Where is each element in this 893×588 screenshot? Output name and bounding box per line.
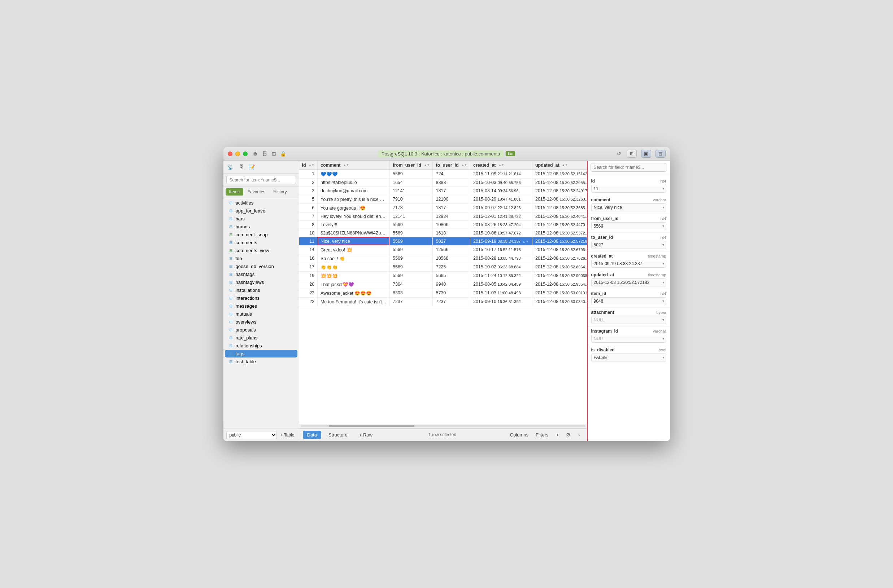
cell-comment[interactable]: Me too Fernanda! It's cute isn't it 😊😍 x [317, 297, 389, 306]
field-expand-icon[interactable]: ▾ [660, 186, 666, 191]
table-row[interactable]: 20 That jacket💝💜 7364 9940 2015-08-05 13… [299, 280, 587, 289]
field-value-row[interactable]: 9848 ▾ [591, 297, 666, 305]
tab-structure[interactable]: Structure [324, 431, 352, 439]
field-value-row[interactable]: Nice, very nice ▾ [591, 204, 666, 212]
col-from-user-id[interactable]: from_user_id ▲▼ [389, 161, 433, 170]
sidebar-item-comments_view[interactable]: ⊞ comments_view [225, 247, 298, 254]
sidebar-item-proposals[interactable]: ⊞ proposals [225, 326, 298, 334]
sidebar-item-tags[interactable]: ⊞ tags [225, 350, 298, 357]
field-value-row[interactable]: FALSE ▾ [591, 354, 666, 362]
cell-comment[interactable]: Awesome jacket 😍😍😍 [317, 289, 389, 297]
cell-comment[interactable]: 💥💥💥 [317, 271, 389, 280]
add-table-button[interactable]: + Table [279, 432, 296, 438]
prev-page-icon[interactable]: ‹ [554, 431, 562, 439]
field-expand-icon[interactable]: ▾ [660, 355, 666, 360]
cell-comment[interactable]: So cool ! 👏 [317, 254, 389, 262]
field-value-row[interactable]: 5027 ▾ [591, 241, 666, 249]
table-row[interactable]: 11 Nice, very nice 5569 5027 2015-09-19 … [299, 237, 587, 245]
col-created-at[interactable]: created_at ▲▼ [470, 161, 532, 170]
table-row[interactable]: 3 duchuykun@gmail.com 12141 1317 2015-08… [299, 186, 587, 195]
field-value-row[interactable]: 2015-09-19 08:38:24.337 ▾ [591, 260, 666, 268]
table-row[interactable]: 7 Hey lovely! You should def. enter the … [299, 212, 587, 220]
field-expand-icon[interactable]: ▾ [660, 242, 666, 248]
filters-button[interactable]: Filters [534, 432, 550, 438]
field-value-row[interactable]: NULL ▾ [591, 316, 666, 324]
right-panel-search-input[interactable] [591, 163, 667, 172]
sidebar-item-brands[interactable]: ⊞ brands [225, 223, 298, 231]
field-value-row[interactable]: 2015-12-08 15:30:52.572182 ▾ [591, 279, 666, 286]
field-expand-icon[interactable]: ▾ [660, 317, 666, 322]
panel-right-icon[interactable]: ▤ [655, 150, 666, 158]
cell-comment[interactable]: That jacket💝💜 [317, 280, 389, 289]
sidebar-item-test_table[interactable]: ⊞ test_table [225, 358, 298, 365]
tab-row[interactable]: + Row [355, 431, 377, 439]
scrollbar-thumb[interactable] [329, 425, 414, 427]
field-value-row[interactable]: 11 ▾ [591, 185, 666, 193]
sidebar-item-goose_db_version[interactable]: ⊞ goose_db_version [225, 262, 298, 270]
maximize-button[interactable] [243, 152, 248, 156]
next-page-icon[interactable]: › [575, 431, 583, 439]
table-row[interactable]: 5 You're so pretty, this is a nice ni go… [299, 195, 587, 204]
table-row[interactable]: 14 Great video! 💥 5569 12566 2015-10-17 … [299, 245, 587, 254]
power-icon[interactable]: ⊗ [252, 150, 259, 157]
table-row[interactable]: 17 👏👏👏 5569 7225 2015-10-02 06:23:38.884… [299, 262, 587, 271]
schema-select[interactable]: public [226, 431, 277, 439]
console-icon[interactable]: ⊞ [271, 150, 277, 157]
field-value-row[interactable]: NULL ▾ [591, 335, 666, 343]
db-icon[interactable]: 🗄 [237, 163, 245, 171]
refresh-icon[interactable]: ↺ [616, 150, 622, 157]
cell-comment[interactable]: https://tableplus.io [317, 178, 389, 186]
sql-icon[interactable]: 📝 [248, 163, 256, 171]
sidebar-item-hashtagviews[interactable]: ⊞ hashtagviews [225, 279, 298, 286]
sidebar-item-comment_snap[interactable]: ⊞ comment_snap [225, 231, 298, 238]
sidebar-item-activities[interactable]: ⊞ activities [225, 199, 298, 207]
table-row[interactable]: 19 💥💥💥 5569 5665 2015-11-24 10:12:39.322… [299, 271, 587, 280]
cell-comment[interactable]: $2a$10$HZLN88PNuWWi4ZuS91b8dR98iit0kbIvc… [317, 229, 389, 237]
sidebar-item-relationships[interactable]: ⊞ relationships [225, 342, 298, 350]
cell-comment[interactable]: duchuykun@gmail.com [317, 186, 389, 195]
table-row[interactable]: 2 https://tableplus.io 1654 8383 2015-10… [299, 178, 587, 186]
sidebar-item-comments[interactable]: ⊞ comments [225, 239, 298, 246]
field-expand-icon[interactable]: ▾ [660, 280, 666, 285]
field-expand-icon[interactable]: ▾ [660, 204, 666, 210]
cell-comment[interactable]: 👏👏👏 [317, 262, 389, 271]
cell-comment[interactable]: Great video! 💥 [317, 245, 389, 254]
grid-view-icon[interactable]: ⊞ [627, 150, 637, 158]
sidebar-tab-items[interactable]: Items [226, 188, 243, 195]
field-expand-icon[interactable]: ▾ [660, 261, 666, 266]
sidebar-item-rate_plans[interactable]: ⊞ rate_plans [225, 334, 298, 342]
sidebar-item-messages[interactable]: ⊞ messages [225, 302, 298, 310]
sidebar-item-app_for_leave[interactable]: ⊞ app_for_leave [225, 207, 298, 214]
settings-icon[interactable]: ⚙ [565, 431, 573, 439]
field-expand-icon[interactable]: ▾ [660, 298, 666, 304]
field-expand-icon[interactable]: ▾ [660, 336, 666, 341]
table-row[interactable]: 8 Lovely!!! 5569 10806 2015-08-26 18:28:… [299, 220, 587, 229]
table-row[interactable]: 22 Awesome jacket 😍😍😍 8303 5730 2015-11-… [299, 289, 587, 297]
minimize-button[interactable] [235, 152, 240, 156]
cell-comment[interactable]: 💙💙💙 [317, 170, 389, 178]
panel-left-icon[interactable]: ▣ [641, 150, 651, 158]
col-updated-at[interactable]: updated_at ▲▼ [532, 161, 586, 170]
sidebar-item-interactions[interactable]: ⊞ interactions [225, 294, 298, 302]
col-comment[interactable]: comment ▲▼ [317, 161, 389, 170]
database-icon[interactable]: 🗄 [261, 150, 268, 157]
col-id[interactable]: id ▲▼ [299, 161, 318, 170]
sidebar-search-input[interactable] [226, 176, 296, 184]
db-connect-icon[interactable]: 📡 [226, 163, 234, 171]
cell-comment[interactable]: Nice, very nice [317, 237, 389, 245]
cell-comment[interactable]: Hey lovely! You should def. enter the Ch… [317, 212, 389, 220]
sidebar-item-installations[interactable]: ⊞ installations [225, 286, 298, 294]
col-to-user-id[interactable]: to_user_id ▲▼ [433, 161, 470, 170]
tab-data[interactable]: Data [303, 431, 321, 439]
sidebar-tab-favorites[interactable]: Favorites [244, 188, 269, 195]
table-row[interactable]: 23 Me too Fernanda! It's cute isn't it 😊… [299, 297, 587, 306]
cell-comment[interactable]: You are gorgeous !!😍 [317, 204, 389, 212]
sidebar-item-bars[interactable]: ⊞ bars [225, 215, 298, 223]
sidebar-item-overviews[interactable]: ⊞ overviews [225, 318, 298, 326]
cell-comment[interactable]: Lovely!!! [317, 220, 389, 229]
sidebar-item-mutuals[interactable]: ⊞ mutuals [225, 310, 298, 318]
table-row[interactable]: 16 So cool ! 👏 5569 10568 2015-08-28 13:… [299, 254, 587, 262]
sidebar-item-foo[interactable]: ⊞ foo [225, 255, 298, 262]
table-row[interactable]: 10 $2a$10$HZLN88PNuWWi4ZuS91b8dR98iit0kb… [299, 229, 587, 237]
table-row[interactable]: 1 💙💙💙 5569 724 2015-11-09 21:11:21.614 2… [299, 170, 587, 178]
